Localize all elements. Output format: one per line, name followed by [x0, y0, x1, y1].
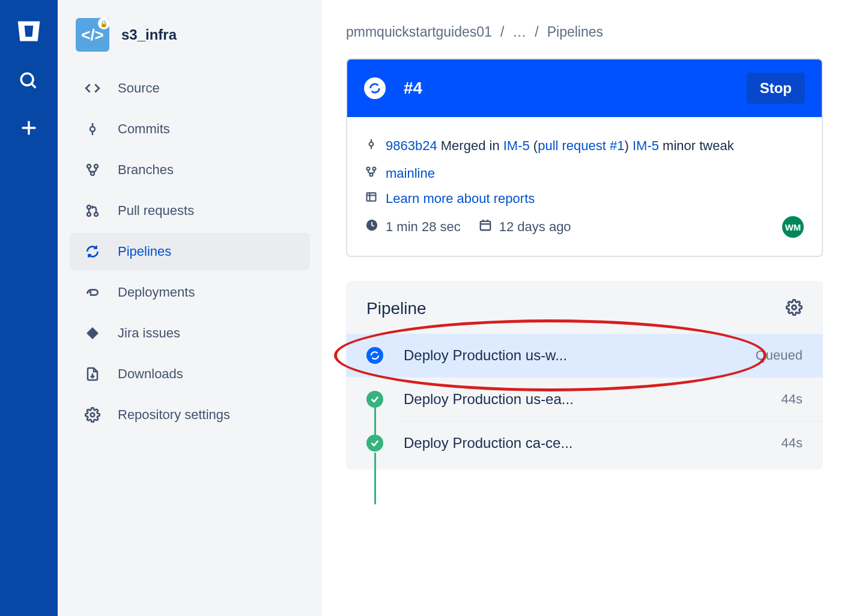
age-text: 12 days ago	[499, 219, 571, 235]
svg-point-14	[91, 413, 95, 417]
step-name: Deploy Production us-ea...	[404, 391, 761, 408]
sidebar-item-label: Downloads	[118, 366, 183, 382]
branches-icon	[84, 163, 101, 177]
gear-icon[interactable]	[786, 299, 803, 318]
commit-text-part: )	[625, 138, 633, 153]
clock-icon	[365, 219, 378, 235]
duration-text: 1 min 28 sec	[386, 219, 461, 235]
sidebar-item-commits[interactable]: Commits	[70, 110, 310, 148]
duration: 1 min 28 sec	[365, 219, 461, 235]
sidebar-item-label: Repository settings	[118, 407, 230, 423]
pipeline-steps-title: Pipeline	[366, 299, 427, 318]
reports-line: Learn more about reports	[365, 186, 804, 211]
step-name: Deploy Production ca-ce...	[404, 435, 761, 451]
commit-pr-link[interactable]: pull request #1	[538, 138, 624, 153]
reports-link[interactable]: Learn more about reports	[386, 191, 535, 207]
global-nav	[0, 0, 58, 616]
sidebar-item-label: Deployments	[118, 285, 195, 300]
commit-hash-link[interactable]: 9863b24	[386, 138, 437, 153]
sidebar-item-jira[interactable]: Jira issues	[70, 315, 310, 352]
svg-point-12	[94, 213, 98, 216]
svg-point-18	[367, 168, 370, 171]
pull-requests-icon	[84, 204, 101, 218]
svg-line-1	[31, 83, 35, 88]
breadcrumb: pmmquickstartguides01 / … / Pipelines	[346, 24, 823, 40]
sidebar: </> 🔒 s3_infra Source Commits Branches P…	[58, 0, 322, 616]
svg-point-10	[87, 213, 91, 216]
sidebar-item-label: Branches	[118, 162, 174, 178]
breadcrumb-sep: /	[500, 24, 504, 40]
step-status: Queued	[756, 348, 803, 363]
commit-text-part: (	[530, 138, 538, 153]
sidebar-item-label: Jira issues	[118, 325, 180, 341]
commit-issue-link[interactable]: IM-5	[503, 138, 530, 153]
step-success-icon	[366, 391, 383, 408]
svg-point-0	[21, 73, 33, 85]
sidebar-nav: Source Commits Branches Pull requests Pi…	[70, 70, 310, 433]
svg-point-29	[792, 306, 797, 310]
step-success-icon	[366, 435, 383, 451]
branch-line: mainline	[365, 161, 804, 186]
commits-icon	[84, 122, 101, 136]
repo-icon: </> 🔒	[76, 18, 109, 52]
age: 12 days ago	[479, 219, 571, 235]
step-row[interactable]: Deploy Production us-ea... 44s	[400, 377, 823, 421]
breadcrumb-leaf[interactable]: Pipelines	[547, 24, 603, 40]
source-icon	[84, 80, 101, 96]
pipeline-body: 9863b24 Merged in IM-5 (pull request #1)…	[347, 117, 822, 256]
step-status: 44s	[782, 391, 803, 407]
sidebar-item-label: Source	[118, 80, 160, 96]
sidebar-item-pull-requests[interactable]: Pull requests	[70, 192, 310, 229]
jira-icon	[84, 326, 101, 340]
commit-text-part: Merged in	[441, 138, 503, 153]
step-name: Deploy Production us-w...	[404, 347, 735, 364]
svg-rect-21	[367, 193, 376, 201]
plus-icon[interactable]	[19, 118, 39, 140]
pipeline-steps: Pipeline Deploy Production us-w... Queue…	[346, 281, 823, 470]
sidebar-item-branches[interactable]: Branches	[70, 151, 310, 189]
pipeline-steps-header: Pipeline	[346, 291, 823, 334]
pipeline-card: #4 Stop 9863b24 Merged in IM-5 (pull req…	[346, 58, 823, 257]
sidebar-item-label: Pull requests	[118, 203, 194, 219]
branch-icon	[365, 166, 377, 181]
step-connector	[374, 453, 376, 504]
sidebar-item-label: Pipelines	[118, 244, 171, 259]
svg-point-4	[90, 127, 95, 131]
sidebar-item-label: Commits	[118, 121, 170, 137]
commit-icon	[365, 138, 377, 154]
svg-point-15	[369, 142, 374, 146]
step-row[interactable]: Deploy Production us-w... Queued	[346, 334, 823, 377]
breadcrumb-root[interactable]: pmmquickstartguides01	[346, 24, 492, 40]
deployments-icon	[84, 285, 101, 300]
reports-icon	[365, 191, 377, 207]
calendar-icon	[479, 219, 492, 235]
repo-name: s3_infra	[121, 26, 177, 43]
sidebar-item-pipelines[interactable]: Pipelines	[70, 233, 310, 270]
main-content: pmmquickstartguides01 / … / Pipelines #4…	[322, 0, 847, 616]
sidebar-item-settings[interactable]: Repository settings	[70, 396, 310, 433]
bitbucket-logo-icon[interactable]	[16, 18, 42, 47]
search-icon[interactable]	[19, 71, 39, 94]
step-status: 44s	[782, 435, 803, 451]
downloads-icon	[84, 367, 101, 381]
breadcrumb-mid[interactable]: …	[512, 24, 526, 40]
step-running-icon	[366, 347, 383, 364]
svg-rect-25	[480, 222, 490, 231]
sidebar-item-deployments[interactable]: Deployments	[70, 274, 310, 311]
svg-point-8	[94, 165, 98, 168]
commit-line: 9863b24 Merged in IM-5 (pull request #1)…	[365, 130, 804, 161]
running-icon	[364, 77, 386, 99]
avatar[interactable]: WM	[782, 216, 804, 238]
commit-issue-link[interactable]: IM-5	[633, 138, 659, 153]
sidebar-item-source[interactable]: Source	[70, 70, 310, 107]
stop-button[interactable]: Stop	[747, 73, 805, 104]
meta-line: 1 min 28 sec 12 days ago WM	[365, 211, 804, 243]
pipeline-number: #4	[404, 79, 422, 98]
branch-link[interactable]: mainline	[386, 166, 435, 181]
pipeline-header: #4 Stop	[347, 59, 822, 117]
step-row[interactable]: Deploy Production ca-ce... 44s	[400, 421, 823, 465]
repo-header: </> 🔒 s3_infra	[70, 18, 310, 70]
svg-point-11	[87, 205, 91, 209]
svg-point-19	[373, 168, 376, 171]
sidebar-item-downloads[interactable]: Downloads	[70, 355, 310, 393]
